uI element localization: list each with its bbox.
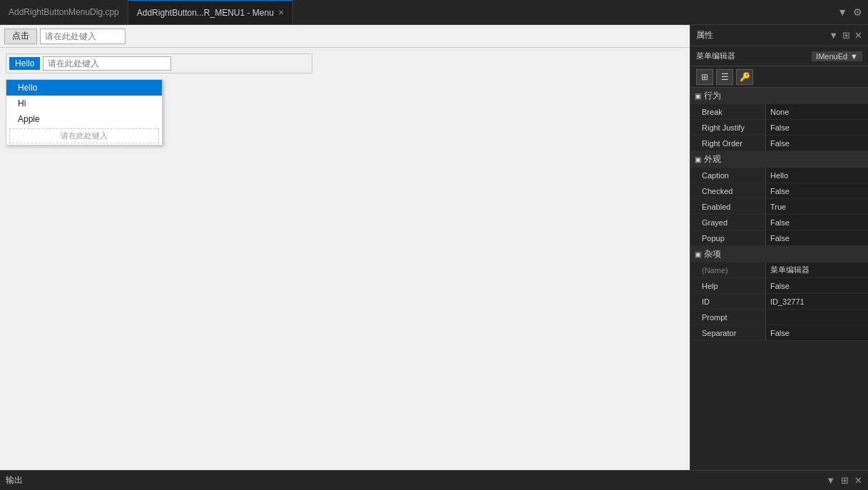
- output-label: 输出: [6, 474, 23, 486]
- prop-right-justify: Right Justify False: [690, 120, 868, 136]
- tab-actions: ▼ ⚙: [837, 6, 868, 18]
- dropdown-menu: Hello Hi Apple 请在此处键入: [6, 79, 163, 146]
- dropdown-placeholder[interactable]: 请在此处键入: [9, 128, 159, 143]
- props-down-arrow-icon[interactable]: ▼: [829, 30, 838, 41]
- output-close-icon[interactable]: ✕: [854, 475, 862, 486]
- prop-grayed: Grayed False: [690, 215, 868, 230]
- tab-cpp[interactable]: AddRightButtonMenuDlg.cpp: [0, 0, 128, 24]
- props-close-icon[interactable]: ✕: [854, 30, 862, 41]
- props-header-icons: ▼ ⊞ ✕: [829, 30, 862, 41]
- prop-caption: Caption Hello: [690, 168, 868, 183]
- toolbar-input[interactable]: [40, 29, 126, 44]
- props-icon-row: ⊞ ☰ 🔑: [690, 66, 868, 88]
- click-button[interactable]: 点击: [4, 29, 37, 44]
- tab-menu[interactable]: AddRightButton...R_MENU1 - Menu ✕: [128, 0, 293, 24]
- collapse-icon-misc: ▣: [695, 250, 701, 258]
- collapse-icon-behavior: ▣: [695, 92, 701, 100]
- tab-cpp-label: AddRightButtonMenuDlg.cpp: [9, 7, 119, 17]
- editor-area: 点击 Hello Hello Hi Apple 请在此处键入: [0, 25, 690, 470]
- dropdown-item-apple[interactable]: Apple: [6, 111, 162, 127]
- props-pin-icon[interactable]: ⊞: [842, 30, 850, 41]
- properties-panel: 属性 ▼ ⊞ ✕ 菜单编辑器 IMenuEd ▼ ⊞ ☰ 🔑 ▣: [690, 25, 868, 470]
- props-icon-list[interactable]: ☰: [716, 69, 733, 85]
- dropdown-item-hello[interactable]: Hello: [6, 80, 162, 96]
- prop-right-order: Right Order False: [690, 136, 868, 151]
- props-title: 属性: [696, 29, 713, 41]
- menu-bar: Hello: [6, 53, 312, 73]
- prop-break: Break None: [690, 104, 868, 120]
- tab-dropdown-icon[interactable]: ▼: [837, 6, 847, 18]
- output-pin-icon[interactable]: ⊞: [841, 475, 849, 486]
- output-icons: ▼ ⊞ ✕: [826, 475, 862, 486]
- props-content: ▣ 行为 Break None Right Justify False Righ…: [690, 88, 868, 470]
- prop-group-appearance[interactable]: ▣ 外观: [690, 151, 868, 168]
- tab-bar: AddRightButtonMenuDlg.cpp AddRightButton…: [0, 0, 868, 25]
- props-icon-grid[interactable]: ⊞: [696, 69, 713, 85]
- prop-help: Help False: [690, 278, 868, 294]
- prop-id: ID ID_32771: [690, 294, 868, 310]
- props-selector-value[interactable]: IMenuEd ▼: [812, 51, 862, 61]
- output-panel: 输出 ▼ ⊞ ✕: [0, 470, 868, 490]
- output-dropdown-icon[interactable]: ▼: [826, 475, 835, 486]
- props-selector-arrow: ▼: [850, 52, 858, 61]
- tab-gear-icon[interactable]: ⚙: [853, 6, 862, 18]
- main-area: 点击 Hello Hello Hi Apple 请在此处键入: [0, 25, 868, 470]
- prop-separator: Separator False: [690, 325, 868, 341]
- props-selector-label: 菜单编辑器: [696, 51, 807, 61]
- prop-name: (Name) 菜单编辑器: [690, 262, 868, 278]
- prop-prompt: Prompt: [690, 310, 868, 325]
- menu-bar-input[interactable]: [43, 56, 171, 71]
- prop-group-misc[interactable]: ▣ 杂项: [690, 246, 868, 262]
- prop-enabled: Enabled True: [690, 199, 868, 215]
- tab-menu-close-icon[interactable]: ✕: [278, 9, 284, 16]
- menu-canvas: Hello Hello Hi Apple 请在此处键入: [0, 48, 690, 470]
- tab-menu-label: AddRightButton...R_MENU1 - Menu: [137, 8, 274, 18]
- collapse-icon-appearance: ▣: [695, 155, 701, 163]
- menu-bar-hello[interactable]: Hello: [9, 57, 40, 70]
- prop-popup: Popup False: [690, 230, 868, 246]
- props-selector-row: 菜单编辑器 IMenuEd ▼: [690, 46, 868, 66]
- props-icon-key[interactable]: 🔑: [736, 69, 753, 85]
- editor-toolbar: 点击: [0, 25, 690, 48]
- prop-checked: Checked False: [690, 183, 868, 199]
- prop-group-behavior[interactable]: ▣ 行为: [690, 88, 868, 104]
- dropdown-item-hi[interactable]: Hi: [6, 96, 162, 111]
- props-header: 属性 ▼ ⊞ ✕: [690, 25, 868, 46]
